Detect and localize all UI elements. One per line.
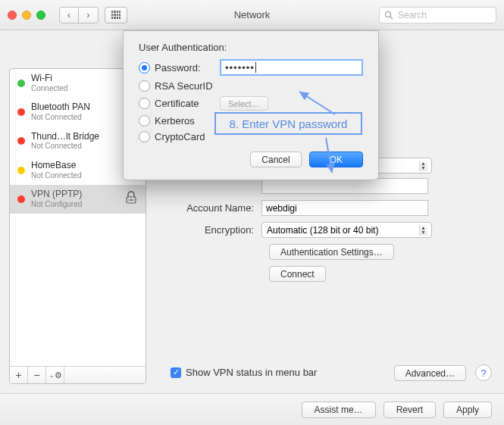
radio-kerberos[interactable] (139, 115, 150, 127)
dialog-title: User Authentication: (139, 42, 363, 53)
radio-row-kerberos[interactable]: Kerberos (139, 115, 363, 127)
radio-row-cert[interactable]: Certificate Select… (139, 96, 363, 111)
back-button[interactable]: ‹ (59, 7, 79, 23)
radio-row-password[interactable]: Password: ••••••• (139, 59, 363, 76)
revert-button[interactable]: Revert (383, 402, 436, 418)
radio-cert[interactable] (139, 98, 150, 109)
show-vpn-label: Show VPN status in menu bar (186, 367, 317, 378)
service-status: Not Connected (31, 142, 99, 151)
radio-row-rsa[interactable]: RSA SecurID (139, 80, 363, 92)
nav-buttons: ‹ › (59, 7, 99, 23)
minimize-window-button[interactable] (22, 11, 31, 20)
encryption-value: Automatic (128 bit or 40 bit) (267, 225, 378, 236)
svg-line-1 (390, 17, 393, 19)
radio-label: Kerberos (155, 115, 195, 127)
service-name: HomeBase (31, 161, 82, 171)
zoom-window-button[interactable] (36, 11, 45, 20)
radio-label: RSA SecurID (155, 80, 213, 92)
close-window-button[interactable] (8, 11, 17, 20)
service-name: Thund…lt Bridge (31, 132, 99, 142)
radio-rsa[interactable] (139, 80, 150, 92)
auth-dialog: User Authentication: Password: ••••••• R… (123, 30, 379, 180)
account-name-label: Account Name: (155, 202, 261, 214)
password-input[interactable]: ••••••• (220, 59, 363, 76)
search-input[interactable]: Search (379, 7, 496, 23)
radio-password[interactable] (139, 62, 150, 73)
service-status: Not Configured (31, 200, 82, 209)
status-dot-icon (17, 195, 25, 203)
service-status: Not Connected (31, 171, 82, 180)
status-dot-icon (17, 80, 25, 87)
add-service-button[interactable]: + (10, 367, 28, 383)
bottom-bar: Assist me… Revert Apply (0, 393, 504, 425)
show-vpn-checkbox-row[interactable]: ✓ Show VPN status in menu bar (171, 367, 317, 378)
cancel-button[interactable]: Cancel (250, 152, 301, 167)
window-controls (8, 11, 45, 20)
svg-point-0 (386, 11, 391, 17)
forward-button[interactable]: › (79, 7, 99, 23)
hidden-input[interactable] (261, 178, 428, 194)
help-button[interactable]: ? (475, 364, 492, 381)
service-name: Wi-Fi (31, 73, 67, 84)
encryption-label: Encryption: (155, 224, 261, 236)
auth-settings-button[interactable]: Authentication Settings… (269, 244, 394, 260)
sidebar-footer: + − ⌄ (10, 366, 146, 383)
lock-icon (124, 191, 138, 208)
status-dot-icon (17, 137, 25, 145)
service-actions-button[interactable]: ⌄ (46, 367, 64, 383)
search-icon (384, 11, 393, 20)
service-status: Connected (31, 84, 67, 93)
radio-crypto[interactable] (139, 131, 150, 142)
radio-row-crypto[interactable]: CryptoCard (139, 131, 363, 142)
show-all-button[interactable] (105, 7, 127, 23)
account-name-input[interactable] (261, 200, 428, 216)
encryption-select[interactable]: Automatic (128 bit or 40 bit) ▲▼ (261, 222, 432, 238)
apply-button[interactable]: Apply (443, 402, 492, 418)
connect-button[interactable]: Connect (269, 266, 326, 282)
ok-button[interactable]: OK (309, 152, 363, 167)
password-value: ••••••• (225, 62, 255, 73)
remove-service-button[interactable]: − (28, 367, 46, 383)
cert-select-button[interactable]: Select… (220, 96, 268, 111)
service-status: Not Connected (31, 113, 90, 122)
radio-label: CryptoCard (155, 131, 205, 142)
status-dot-icon (17, 108, 25, 116)
service-name: VPN (PPTP) (31, 189, 82, 200)
titlebar: ‹ › Network Search (0, 0, 504, 30)
grid-icon (111, 11, 121, 20)
radio-label: Certificate (155, 98, 215, 109)
radio-label: Password: (155, 62, 215, 73)
service-name: Bluetooth PAN (31, 102, 90, 113)
service-item-vpn[interactable]: VPN (PPTP) Not Configured (10, 185, 146, 214)
assist-me-button[interactable]: Assist me… (302, 402, 376, 418)
status-dot-icon (17, 167, 25, 174)
advanced-button[interactable]: Advanced… (394, 365, 466, 381)
search-placeholder: Search (398, 10, 427, 20)
checkbox-icon: ✓ (171, 367, 181, 378)
